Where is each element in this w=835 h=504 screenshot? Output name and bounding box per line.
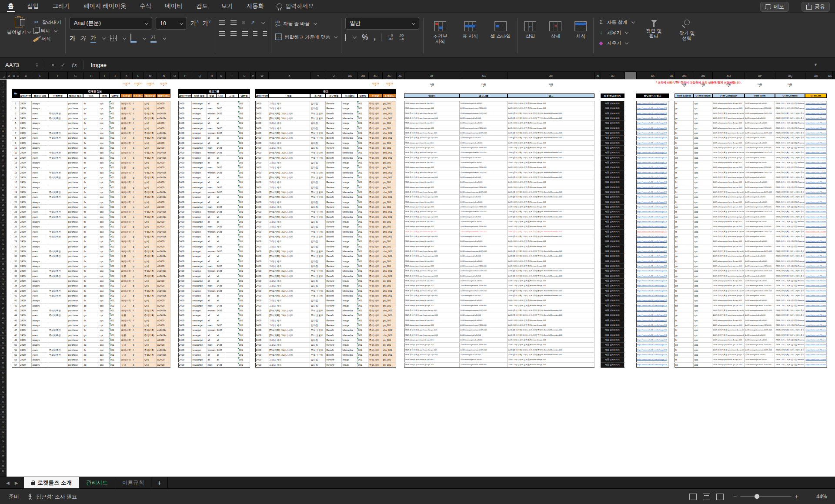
cell[interactable]: 001 xyxy=(357,156,368,160)
cell[interactable]: always xyxy=(32,200,48,205)
cell[interactable]: man xyxy=(207,323,216,328)
cell[interactable]: [추석기획] 그러니 세트 xyxy=(268,131,310,136)
cell[interactable]: 001 xyxy=(357,313,368,318)
cell[interactable]: 2409-always-purchase-go-cpc-001 xyxy=(712,244,745,249)
header-utm[interactable]: UTM Term xyxy=(745,93,775,98)
cell[interactable]: purchase xyxy=(67,308,83,313)
cell[interactable]: 제품 상세페이지 xyxy=(601,205,625,210)
cell[interactable]: 2409 xyxy=(255,284,268,288)
cell[interactable]: 2409-추석기획전-purchase-go-cpc-001 xyxy=(712,294,745,298)
cell[interactable]: purchase xyxy=(67,150,83,155)
cell[interactable]: 상시 xyxy=(144,101,157,106)
cell[interactable]: https://www.cafe24.com/kr/page/24 xyxy=(636,170,669,175)
cell[interactable]: 감자칩 xyxy=(310,180,326,185)
cell[interactable]: Benefit xyxy=(326,116,342,121)
cell[interactable]: 그러니 세트 xyxy=(268,101,310,106)
cell[interactable]: retarget xyxy=(192,210,207,214)
cell[interactable]: fb xyxy=(83,230,99,234)
header-ad-group[interactable]: 넘버링 xyxy=(238,93,250,98)
cell[interactable]: 그러니 세트 xyxy=(268,279,310,284)
cell[interactable]: 2409-그러니 세트-감자칩-Review-Image-001 xyxy=(775,304,805,308)
cell[interactable]: 2409-newtarget-man-2435-001 xyxy=(460,244,508,249)
cell[interactable]: 2435 xyxy=(216,230,225,234)
cell[interactable]: event xyxy=(32,234,48,239)
cell[interactable]: 2409-newtarget-man-2435-001 xyxy=(745,106,775,111)
cell[interactable]: 추석기획 xyxy=(144,215,157,220)
cell[interactable]: ev2409s xyxy=(157,230,170,234)
cell[interactable]: 추석 포인트 xyxy=(310,210,326,214)
cell[interactable]: fb xyxy=(83,210,99,214)
cell[interactable]: 2409-newtarget-man-2435-001 xyxy=(745,244,775,249)
cell[interactable]: 2409-always-purchase-go-cpc-001 xyxy=(712,323,745,328)
formula-input[interactable]: Imgae xyxy=(87,62,814,68)
cell[interactable]: Review xyxy=(326,343,342,347)
cell[interactable]: https://www.cafe24.com/kr/page/24 xyxy=(636,220,669,224)
cell[interactable]: all xyxy=(207,141,216,146)
column-header-X[interactable]: X xyxy=(269,72,311,79)
column-header-B[interactable]: B xyxy=(12,72,16,79)
cell[interactable]: 구글 xyxy=(120,175,132,180)
cell[interactable]: 2409-retarget-woman-2435-001 xyxy=(745,328,775,333)
cell[interactable]: fb xyxy=(675,150,694,155)
cell[interactable]: https://www.cafe24.com/kr/page/24 xyxy=(636,338,669,343)
cell[interactable]: 2409-추석기획전-purchase-go-cpc-001 xyxy=(712,116,745,121)
cell[interactable]: 2409 xyxy=(20,116,32,121)
cell[interactable]: go xyxy=(675,234,694,239)
cell[interactable]: 001 xyxy=(110,230,120,234)
cell[interactable]: fb xyxy=(83,239,99,244)
cell[interactable]: https://www.cafe24.com/kr/page/24 xyxy=(636,180,669,185)
cell[interactable]: 2409-retarget-all-all-001 xyxy=(460,353,508,357)
cell[interactable]: 001 xyxy=(110,294,120,298)
cell[interactable]: cpc xyxy=(694,170,712,175)
column-header-L[interactable]: L xyxy=(133,72,144,79)
header-ad[interactable]: 제품 xyxy=(268,93,310,98)
cell[interactable]: 2409-추석기획전-purchase-fb-cpc-001 xyxy=(712,170,745,175)
cell[interactable]: Mixmedia xyxy=(342,210,357,214)
cell[interactable]: purchase xyxy=(67,298,83,303)
cell[interactable]: https://www.cafe24.com/kr/page/24 xyxy=(636,175,669,180)
cell[interactable]: cpc xyxy=(694,210,712,214)
cell[interactable]: 추석기획전 xyxy=(48,234,67,239)
cell[interactable]: all xyxy=(207,175,216,180)
cell[interactable]: 001 xyxy=(110,170,120,175)
cell[interactable]: 2435 xyxy=(216,185,225,190)
cell[interactable] xyxy=(48,284,67,288)
cell[interactable]: fb xyxy=(675,338,694,343)
cell[interactable]: 추석 포인트 xyxy=(310,313,326,318)
cell[interactable]: fb xyxy=(675,141,694,146)
cell[interactable]: 2409-[추석기획] 그러니 세트-추석 포인트-Benefit-Mixmed… xyxy=(775,254,805,259)
cell[interactable]: 2409-retarget-woman-2435-001 xyxy=(460,328,508,333)
cell[interactable]: 2409 xyxy=(20,165,32,170)
cell[interactable]: 2409 xyxy=(255,150,268,155)
next-sheet-arrow[interactable]: ▶ xyxy=(15,481,18,485)
cell[interactable]: Mixmedia xyxy=(342,254,357,259)
cell[interactable]: 001 xyxy=(357,215,368,220)
cell[interactable]: 페이스북 xyxy=(120,298,132,303)
cell[interactable]: https://www.cafe24.com/kr/page/24 xyxy=(636,215,669,220)
cell[interactable]: 2409-always-purchase-go-cpc-001 xyxy=(404,244,460,249)
cell[interactable]: Image xyxy=(342,279,357,284)
cell[interactable]: 2409 xyxy=(178,224,192,229)
cell[interactable] xyxy=(225,116,238,121)
cell[interactable]: 2409 xyxy=(178,185,192,190)
cell[interactable]: 2409-그러니 세트-감자칩-Review-Image-001 xyxy=(508,338,595,343)
cell[interactable] xyxy=(225,146,238,150)
cell[interactable]: 2409-[추석기획] 그러니 세트-추석 포인트-Benefit-Mixmed… xyxy=(775,348,805,353)
cell[interactable]: 2409 xyxy=(20,269,32,274)
cell[interactable] xyxy=(225,170,238,175)
cell[interactable]: 제품 상세페이지 xyxy=(601,224,625,229)
cell[interactable]: cpc xyxy=(99,259,110,264)
cell[interactable]: 2409-그러니 세트-감자칩-Review-Image-001 xyxy=(508,146,595,150)
cell[interactable]: purchase xyxy=(67,304,83,308)
cell[interactable]: 001 xyxy=(238,274,250,279)
cell[interactable]: 2409 xyxy=(255,215,268,220)
cell[interactable]: cpc xyxy=(99,210,110,214)
cell[interactable]: 2409 xyxy=(255,101,268,106)
cell[interactable]: 추석 포인트 xyxy=(310,274,326,279)
cell[interactable]: 그러니 세트 xyxy=(268,106,310,111)
cell[interactable]: 2409-retarget-woman-2435-001 xyxy=(460,150,508,155)
cell[interactable]: purchase xyxy=(67,313,83,318)
cell[interactable]: 2409-always-purchase-fb-cpc-001 xyxy=(404,357,460,362)
cell[interactable]: 001 xyxy=(238,106,250,111)
cell[interactable]: Mixmedia xyxy=(342,353,357,357)
